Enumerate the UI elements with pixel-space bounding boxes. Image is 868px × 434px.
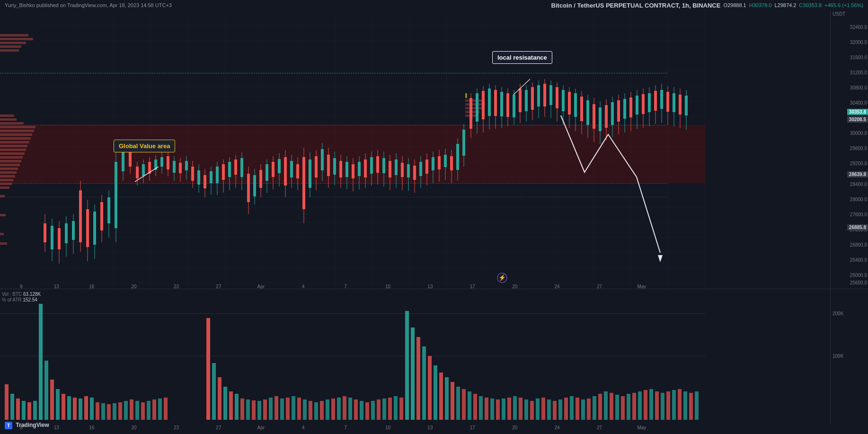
svg-rect-131 [364,159,367,177]
svg-rect-246 [10,394,14,420]
current-price-badge: 30353.8 [847,109,868,115]
svg-rect-291 [303,399,307,420]
svg-rect-233 [660,90,663,109]
svg-rect-310 [411,328,415,420]
svg-rect-7 [0,122,24,124]
svg-rect-157 [444,155,447,167]
svg-rect-248 [22,401,26,420]
vol-200k: 200K [833,311,843,316]
symbol-info: Bitcoin / TetherUS PERPETUAL CONTRACT, 1… [551,2,863,9]
price-27600: 27600.0 [850,212,867,217]
svg-rect-161 [456,144,459,170]
svg-rect-313 [428,356,432,420]
svg-rect-287 [280,399,284,420]
svg-rect-288 [286,398,290,420]
svg-rect-135 [376,156,379,173]
svg-rect-71 [179,163,182,173]
svg-rect-229 [648,93,651,112]
svg-rect-77 [197,170,200,185]
svg-rect-284 [263,399,267,420]
svg-rect-270 [147,401,151,420]
svg-rect-261 [96,402,99,420]
svg-rect-97 [259,170,262,188]
svg-rect-241 [685,96,688,115]
svg-rect-352 [649,389,653,420]
svg-rect-167 [465,107,483,109]
svg-rect-315 [439,372,443,420]
svg-rect-293 [314,402,318,420]
svg-rect-93 [247,174,250,202]
svg-rect-159 [450,156,453,170]
svg-rect-175 [482,91,485,119]
svg-rect-297 [337,398,341,420]
svg-rect-251 [39,304,43,420]
svg-rect-262 [101,403,105,420]
svg-rect-258 [79,399,82,420]
svg-rect-155 [438,156,441,169]
svg-rect-260 [90,398,94,420]
svg-rect-129 [358,162,361,176]
price-26400: 26400.0 [850,257,867,263]
svg-rect-306 [388,398,392,420]
svg-rect-35 [58,228,61,249]
svg-rect-353 [655,391,659,420]
svg-rect-245 [5,384,9,420]
svg-rect-289 [292,396,295,420]
svg-rect-2 [0,42,26,44]
svg-rect-308 [399,398,403,420]
publisher-info: Yuriy_Bishko published on TradingView.co… [5,2,172,8]
svg-rect-13 [0,145,27,147]
svg-rect-235 [666,92,669,112]
svg-rect-103 [278,159,281,173]
svg-rect-59 [142,164,145,176]
svg-rect-177 [488,89,491,116]
svg-rect-197 [549,85,552,105]
price-30000: 30000.0 [850,131,867,136]
svg-rect-28 [0,242,7,245]
svg-rect-267 [130,399,133,420]
svg-rect-51 [115,162,117,228]
svg-rect-329 [519,398,523,420]
vol-100k: 100K [833,354,843,359]
svg-rect-357 [678,389,682,420]
svg-rect-266 [124,401,128,420]
svg-rect-149 [419,162,422,176]
svg-rect-292 [309,401,312,420]
vwap-badge: 30208.5 [847,116,868,123]
svg-rect-145 [407,164,410,177]
svg-rect-107 [290,161,293,177]
svg-rect-193 [537,85,540,106]
svg-rect-347 [621,396,625,420]
svg-rect-147 [413,166,416,180]
svg-rect-239 [679,95,682,115]
svg-rect-21 [0,175,15,177]
svg-rect-25 [0,195,5,197]
svg-text:⚡: ⚡ [498,274,506,282]
svg-rect-139 [389,161,391,177]
svg-rect-321 [473,394,477,420]
svg-rect-0 [0,34,28,36]
svg-rect-63 [154,159,157,170]
svg-rect-250 [33,401,37,420]
svg-rect-219 [617,100,620,122]
svg-rect-257 [73,398,77,420]
svg-rect-320 [468,391,471,420]
svg-rect-221 [623,99,626,119]
svg-rect-17 [0,160,21,162]
svg-rect-133 [370,157,373,174]
svg-rect-5 [0,115,14,117]
svg-rect-4 [0,49,19,52]
svg-rect-163 [462,130,465,156]
svg-rect-187 [519,89,522,112]
ohlc-low: L29874.2 [774,2,796,8]
svg-rect-282 [252,400,256,420]
chart-header: Yuriy_Bishko published on TradingView.co… [0,0,868,10]
svg-rect-299 [348,398,352,420]
svg-rect-348 [627,394,630,420]
svg-rect-360 [695,391,699,420]
volume-axis: 200K 100K [830,290,868,425]
svg-rect-91 [240,158,243,177]
svg-rect-109 [296,164,299,178]
price-30400: 30400.0 [850,100,867,106]
tradingview-logo: T TradingView [5,422,49,429]
